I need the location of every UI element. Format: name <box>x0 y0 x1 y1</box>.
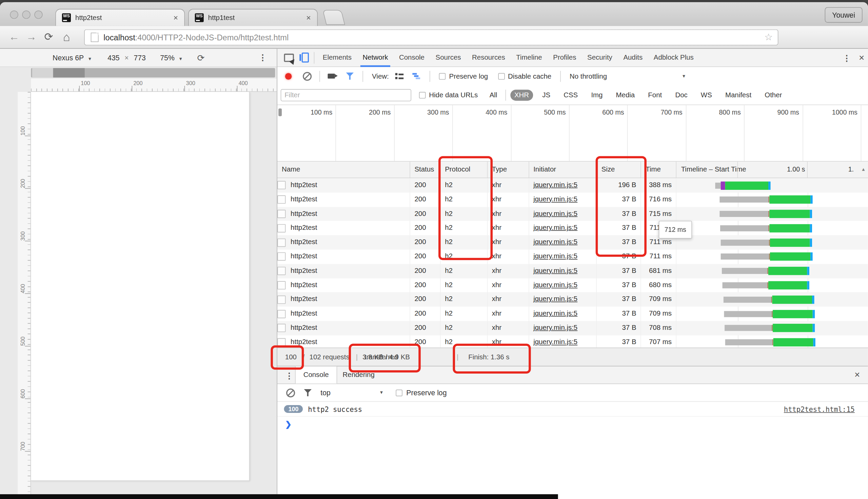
network-request-row[interactable]: http2test200h2xhrjquery.min.js:537 B711 … <box>277 235 868 250</box>
console-source-link[interactable]: http2test.html:15 <box>784 405 855 413</box>
list-view-icon[interactable] <box>395 73 403 79</box>
initiator-link[interactable]: jquery.min.js:5 <box>533 209 577 217</box>
network-request-row[interactable]: http2test200h2xhrjquery.min.js:537 B708 … <box>277 321 868 335</box>
rotate-icon[interactable]: ⟳ <box>197 52 205 63</box>
tab-close-icon[interactable]: ✕ <box>173 14 178 21</box>
disable-cache-label[interactable]: Disable cache <box>508 72 551 80</box>
browser-tab-http1test[interactable]: WS http1test ✕ <box>188 9 318 26</box>
drawer-close-icon[interactable]: ✕ <box>854 371 860 379</box>
network-overview[interactable]: 100 ms200 ms300 ms400 ms500 ms600 ms700 … <box>277 105 868 162</box>
tab-console[interactable]: Console <box>394 49 430 67</box>
column-header-timeline[interactable]: Timeline – Start Time 1.00 s 1. ▲ <box>677 162 868 178</box>
filter-type-font[interactable]: Font <box>644 89 666 101</box>
url-text[interactable]: localhost:4000/HTTP2-NodeJS-Demo/http2te… <box>103 33 289 42</box>
drawer-tab-console[interactable]: Console <box>295 366 337 384</box>
filter-type-doc[interactable]: Doc <box>671 89 691 101</box>
media-query-bar[interactable] <box>31 68 275 78</box>
home-icon[interactable]: ⌂ <box>63 29 70 45</box>
console-prompt-icon[interactable]: ❯ <box>285 417 292 431</box>
network-request-row[interactable]: http2test200h2xhrjquery.min.js:537 B709 … <box>277 293 868 307</box>
filter-input[interactable] <box>281 89 411 101</box>
initiator-link[interactable]: jquery.min.js:5 <box>533 324 577 331</box>
column-header-status[interactable]: Status <box>410 162 440 178</box>
filter-type-js[interactable]: JS <box>538 89 554 101</box>
preserve-log-checkbox[interactable] <box>439 73 446 80</box>
address-bar[interactable]: localhost:4000/HTTP2-NodeJS-Demo/http2te… <box>84 29 778 46</box>
devtools-close-icon[interactable]: ✕ <box>858 53 865 62</box>
initiator-link[interactable]: jquery.min.js:5 <box>533 252 577 260</box>
network-request-row[interactable]: http2test200h2xhrjquery.min.js:537 B681 … <box>277 264 868 278</box>
context-dropdown-icon[interactable]: ▼ <box>379 390 383 395</box>
tab-elements[interactable]: Elements <box>317 49 357 67</box>
window-zoom-button[interactable] <box>34 11 42 19</box>
filter-type-other[interactable]: Other <box>761 89 786 101</box>
execution-context-select[interactable]: top <box>320 389 331 397</box>
tab-network[interactable]: Network <box>357 49 393 67</box>
zoom-select[interactable]: 75%▼ <box>160 53 183 62</box>
device-toolbar-more-icon[interactable]: ⋮ <box>258 52 267 62</box>
back-icon[interactable]: ← <box>9 29 19 45</box>
drawer-more-icon[interactable]: ⋮ <box>285 371 293 381</box>
network-request-row[interactable]: http2test200h2xhrjquery.min.js:537 B711 … <box>277 221 868 235</box>
record-button[interactable] <box>285 73 292 80</box>
network-request-row[interactable]: http2test200h2xhrjquery.min.js:5196 B388… <box>277 178 868 193</box>
tab-sources[interactable]: Sources <box>430 49 466 67</box>
console-preserve-log-checkbox[interactable] <box>396 390 402 396</box>
network-request-row[interactable]: http2test200h2xhrjquery.min.js:537 B680 … <box>277 278 868 293</box>
device-toggle-icon[interactable] <box>302 52 309 62</box>
network-request-row[interactable]: http2test200h2xhrjquery.min.js:537 B716 … <box>277 193 868 207</box>
browser-tab-http2test[interactable]: WS http2test ✕ <box>55 9 185 26</box>
network-request-row[interactable]: http2test200h2xhrjquery.min.js:537 B707 … <box>277 335 868 348</box>
hide-data-urls-label[interactable]: Hide data URLs <box>429 91 478 99</box>
tab-timeline[interactable]: Timeline <box>511 49 548 67</box>
console-preserve-log-label[interactable]: Preserve log <box>406 389 447 397</box>
profile-button[interactable]: Youwei <box>825 7 863 23</box>
forward-icon[interactable]: → <box>26 29 37 45</box>
disable-cache-checkbox[interactable] <box>498 73 505 80</box>
tab-security[interactable]: Security <box>582 49 618 67</box>
column-header-type[interactable]: Type <box>488 162 529 178</box>
overview-handle[interactable] <box>278 109 282 116</box>
network-request-row[interactable]: http2test200h2xhrjquery.min.js:537 B715 … <box>277 207 868 221</box>
filter-type-all[interactable]: All <box>486 89 501 101</box>
clear-console-icon[interactable] <box>286 388 295 397</box>
throttling-dropdown-icon[interactable]: ▼ <box>682 74 686 78</box>
network-request-row[interactable]: http2test200h2xhrjquery.min.js:537 B709 … <box>277 307 868 321</box>
column-header-protocol[interactable]: Protocol <box>440 162 488 178</box>
screenshot-capture-icon[interactable] <box>328 74 335 78</box>
column-header-name[interactable]: Name <box>277 162 410 178</box>
tab-close-icon[interactable]: ✕ <box>306 14 311 21</box>
filter-type-css[interactable]: CSS <box>560 89 582 101</box>
window-minimize-button[interactable] <box>22 11 30 19</box>
preserve-log-label[interactable]: Preserve log <box>449 72 488 80</box>
tab-audits[interactable]: Audits <box>618 49 648 67</box>
console-filter-icon[interactable] <box>304 389 311 396</box>
column-header-size[interactable]: Size <box>597 162 641 178</box>
hide-data-urls-checkbox[interactable] <box>419 92 426 98</box>
filter-type-media[interactable]: Media <box>612 89 638 101</box>
filter-type-img[interactable]: Img <box>587 89 607 101</box>
inspect-element-icon[interactable] <box>284 53 294 62</box>
initiator-link[interactable]: jquery.min.js:5 <box>533 295 577 303</box>
network-request-row[interactable]: http2test200h2xhrjquery.min.js:537 B711 … <box>277 250 868 264</box>
initiator-link[interactable]: jquery.min.js:5 <box>533 181 577 189</box>
drawer-tab-rendering[interactable]: Rendering <box>335 366 382 384</box>
reload-icon[interactable]: ⟳ <box>45 29 53 45</box>
column-header-time[interactable]: Time <box>641 162 676 178</box>
filter-type-ws[interactable]: WS <box>697 89 716 101</box>
window-close-button[interactable] <box>10 11 18 19</box>
clear-requests-icon[interactable] <box>303 72 311 80</box>
initiator-link[interactable]: jquery.min.js:5 <box>533 195 577 203</box>
initiator-link[interactable]: jquery.min.js:5 <box>533 267 577 275</box>
throttling-select[interactable]: No throttling <box>570 72 607 80</box>
filter-type-manifest[interactable]: Manifest <box>722 89 756 101</box>
initiator-link[interactable]: jquery.min.js:5 <box>533 309 577 317</box>
tab-resources[interactable]: Resources <box>466 49 511 67</box>
device-height-field[interactable]: 773 <box>134 53 145 62</box>
device-select[interactable]: Nexus 6P▼ <box>52 53 92 62</box>
tab-profiles[interactable]: Profiles <box>548 49 582 67</box>
initiator-link[interactable]: jquery.min.js:5 <box>533 224 577 232</box>
page-icon[interactable] <box>91 33 99 42</box>
waterfall-view-icon[interactable] <box>413 73 421 79</box>
device-width-field[interactable]: 435 <box>108 53 119 62</box>
